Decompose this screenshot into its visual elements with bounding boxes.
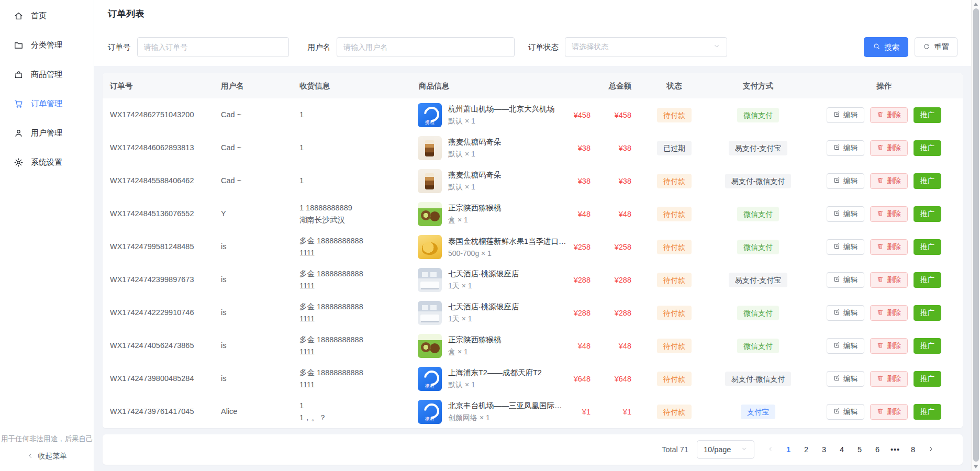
scrollbar-thumb[interactable] <box>973 8 979 462</box>
payment-cell: 微信支付 <box>711 240 805 254</box>
sidebar-item-categories[interactable]: 分类管理 <box>0 30 94 60</box>
edit-button[interactable]: 编辑 <box>827 173 864 189</box>
order-no-input[interactable] <box>137 37 289 57</box>
order-status-select[interactable]: 请选择状态 <box>565 37 727 57</box>
row-actions: 编辑 删除 推广 <box>805 239 963 255</box>
shipping-info-cell: 多金 188888888881111 <box>292 235 411 259</box>
sidebar-item-label: 分类管理 <box>31 40 62 50</box>
edit-button[interactable]: 编辑 <box>827 107 864 123</box>
promote-button[interactable]: 推广 <box>914 404 941 420</box>
product-spec: 默认 × 1 <box>448 183 502 192</box>
page-button-6[interactable]: 6 <box>870 441 885 458</box>
item-price: ¥288 <box>567 276 597 284</box>
product-spec: 默认 × 1 <box>448 150 502 159</box>
username-cell: Cad ~ <box>214 175 292 186</box>
status-badge: 待付款 <box>657 108 692 122</box>
edit-button[interactable]: 编辑 <box>827 239 864 255</box>
collapse-menu-button[interactable]: 收起菜单 <box>0 448 94 465</box>
sidebar-menu: 首页 分类管理 商品管理 订单管理 用户管理 系统设置 <box>0 0 94 177</box>
edit-icon <box>833 144 840 152</box>
payment-badge: 易支付-微信支付 <box>725 174 792 188</box>
product-info-cell: 燕麦焦糖码奇朵 默认 × 1 <box>411 169 567 193</box>
reset-button[interactable]: 重置 <box>915 37 957 57</box>
edit-button[interactable]: 编辑 <box>827 206 864 222</box>
delete-button[interactable]: 删除 <box>870 404 908 420</box>
sidebar-item-products[interactable]: 商品管理 <box>0 60 94 89</box>
page-button-2[interactable]: 2 <box>798 441 814 458</box>
col-username: 用户名 <box>214 81 292 91</box>
shipping-info-cell: 多金 188888888881111 <box>292 367 411 390</box>
window-scrollbar[interactable] <box>971 0 980 471</box>
sidebar-item-settings[interactable]: 系统设置 <box>0 148 94 177</box>
sidebar-item-home[interactable]: 首页 <box>0 1 94 30</box>
table-row: WX17424742229910746 is 多金 18888888888111… <box>103 296 963 329</box>
delete-button[interactable]: 删除 <box>870 371 908 387</box>
order-total: ¥258 <box>597 243 638 251</box>
page-button-5[interactable]: 5 <box>852 441 867 458</box>
delete-button[interactable]: 删除 <box>870 239 908 255</box>
edit-button[interactable]: 编辑 <box>827 140 864 156</box>
promote-button[interactable]: 推广 <box>914 173 941 189</box>
delete-button[interactable]: 删除 <box>870 173 908 189</box>
promote-button[interactable]: 推广 <box>914 338 941 354</box>
edit-button[interactable]: 编辑 <box>827 272 864 288</box>
scrollbar-down-arrow[interactable] <box>974 465 978 468</box>
promote-button[interactable]: 推广 <box>914 239 941 255</box>
edit-icon <box>833 243 840 251</box>
delete-button[interactable]: 删除 <box>870 140 908 156</box>
payment-badge: 微信支付 <box>737 339 779 353</box>
shipping-info-cell: 多金 188888888881111 <box>292 334 411 357</box>
row-actions: 编辑 删除 推广 <box>805 140 963 156</box>
scrollbar-up-arrow[interactable] <box>974 3 978 6</box>
payment-cell: 微信支付 <box>711 339 805 353</box>
trash-icon <box>877 375 884 383</box>
product-name: 杭州萧山机场——北京大兴机场 <box>448 104 554 114</box>
order-number: WX17424739761417045 <box>103 406 214 417</box>
promote-button[interactable]: 推广 <box>914 140 941 156</box>
promote-button[interactable]: 推广 <box>914 305 941 321</box>
edit-button[interactable]: 编辑 <box>827 404 864 420</box>
row-actions: 编辑 删除 推广 <box>805 404 963 420</box>
sidebar-item-label: 商品管理 <box>31 70 62 80</box>
chevron-down-icon <box>741 445 748 454</box>
delete-button[interactable]: 删除 <box>870 272 908 288</box>
page-button-8[interactable]: 8 <box>905 441 921 458</box>
sidebar-item-label: 订单管理 <box>31 99 62 109</box>
prev-page-button[interactable] <box>763 441 778 458</box>
edit-button[interactable]: 编辑 <box>827 338 864 354</box>
edit-button[interactable]: 编辑 <box>827 371 864 387</box>
sidebar-item-users[interactable]: 用户管理 <box>0 118 94 148</box>
trash-icon <box>877 144 884 152</box>
username-input[interactable] <box>337 37 515 57</box>
delete-button[interactable]: 删除 <box>870 206 908 222</box>
product-info-cell: 正宗陕西猕猴桃 盒 × 1 <box>411 202 567 226</box>
sidebar-disclaimer: 用于任何非法用途，后果自己 <box>1 434 93 444</box>
order-status-placeholder: 请选择状态 <box>572 42 608 52</box>
payment-cell: 微信支付 <box>711 306 805 320</box>
sidebar-item-orders[interactable]: 订单管理 <box>0 89 94 118</box>
product-spec: 盒 × 1 <box>448 216 502 225</box>
next-page-button[interactable] <box>923 441 939 458</box>
page-button-1[interactable]: 1 <box>781 441 796 458</box>
promote-button[interactable]: 推广 <box>914 272 941 288</box>
delete-button[interactable]: 删除 <box>870 107 908 123</box>
trash-icon <box>877 177 884 185</box>
page-button-4[interactable]: 4 <box>834 441 850 458</box>
promote-button[interactable]: 推广 <box>914 371 941 387</box>
search-button[interactable]: 搜索 <box>864 37 908 57</box>
chevron-right-icon <box>927 445 934 454</box>
order-total: ¥288 <box>597 276 638 284</box>
trash-icon <box>877 111 884 119</box>
page-size-select[interactable]: 10/page <box>697 440 754 459</box>
status-cell: 待付款 <box>638 207 711 221</box>
delete-button[interactable]: 删除 <box>870 338 908 354</box>
delete-button[interactable]: 删除 <box>870 305 908 321</box>
page-ellipsis[interactable]: ••• <box>887 441 903 458</box>
promote-button[interactable]: 推广 <box>914 206 941 222</box>
status-badge: 待付款 <box>657 372 692 386</box>
home-icon <box>14 11 24 21</box>
order-number: WX17424799581248485 <box>103 241 214 252</box>
edit-button[interactable]: 编辑 <box>827 305 864 321</box>
promote-button[interactable]: 推广 <box>914 107 941 123</box>
page-button-3[interactable]: 3 <box>816 441 832 458</box>
